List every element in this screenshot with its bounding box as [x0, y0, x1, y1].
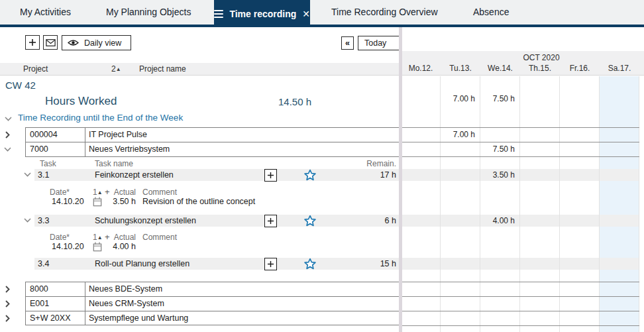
project-id[interactable]: 8000: [30, 284, 48, 294]
project-id[interactable]: 000004: [30, 130, 58, 139]
project-id[interactable]: E001: [30, 299, 49, 308]
column-header-task: Task: [40, 159, 56, 168]
hours-worked-label: Hours Worked: [45, 95, 117, 108]
entry-actual-hours[interactable]: 4.00 h: [70, 242, 136, 251]
column-header-project-name[interactable]: Project name: [139, 64, 186, 74]
task-row-band-right: [402, 169, 639, 181]
project-sort-indicator[interactable]: 2▲: [111, 64, 121, 74]
plus-icon: [267, 217, 274, 225]
project-row-divider: [25, 311, 400, 311]
favorite-star-icon[interactable]: [303, 257, 317, 270]
calendar-week-label: CW 42: [5, 80, 36, 91]
today-button[interactable]: Today: [358, 36, 400, 50]
project-name[interactable]: IT Project Pulse: [89, 130, 147, 139]
day-header-fr: Fr.16.: [560, 64, 600, 73]
column-header-comment: Comment: [142, 188, 177, 197]
plus-icon: [28, 38, 36, 46]
column-header-date: Date*: [50, 233, 70, 242]
grid-column-line: [559, 76, 560, 332]
project-hours-cell: 7.50 h: [480, 144, 515, 154]
project-name[interactable]: Neues CRM-System: [89, 299, 164, 308]
tab-bar: [0, 0, 644, 25]
column-header-actual: Actual: [70, 233, 136, 242]
day-header-th: Th.15.: [520, 64, 560, 73]
task-id[interactable]: 3.4: [38, 259, 49, 268]
column-header-project[interactable]: Project: [23, 64, 48, 74]
tab-my-planning-objects[interactable]: My Planning Objects: [106, 7, 191, 17]
task-collapse-icon[interactable]: [24, 172, 31, 177]
tab-absence[interactable]: Absence: [473, 7, 509, 17]
expand-icon[interactable]: [5, 315, 10, 322]
entry-actual-hours[interactable]: 3.50 h: [70, 197, 136, 206]
hours-worked-cell-we: 7.50 h: [480, 94, 515, 103]
remaining-hours: 6 h: [330, 216, 396, 225]
plus-icon: [267, 260, 274, 268]
task-name[interactable]: Feinkonzept erstellen: [95, 170, 174, 180]
project-name[interactable]: Neues Vertriebsystem: [89, 144, 170, 154]
project-header-band: [0, 63, 400, 76]
grid-row-line: [402, 142, 639, 142]
add-entry-button[interactable]: [264, 169, 277, 182]
expand-icon[interactable]: [5, 300, 10, 307]
tab-time-recording-overview[interactable]: Time Recording Overview: [331, 7, 438, 17]
column-header-task-name: Task name: [95, 159, 133, 168]
hours-worked-total: 14.50 h: [245, 96, 311, 107]
project-name[interactable]: Neues BDE-System: [89, 284, 162, 294]
column-header-comment: Comment: [142, 233, 177, 242]
task-id[interactable]: 3.3: [38, 216, 49, 225]
section-collapse-icon[interactable]: [5, 117, 12, 121]
tab-time-recording[interactable]: Time recording ✕: [214, 0, 310, 27]
task-name[interactable]: Roll-out Planung erstellen: [95, 259, 189, 268]
task-id[interactable]: 3.1: [38, 170, 49, 180]
grid-column-line: [599, 76, 600, 332]
previous-icon: «: [345, 38, 350, 48]
task-hours-cell: 3.50 h: [480, 170, 515, 180]
column-header-date: Date*: [50, 188, 70, 197]
grid-column-line: [519, 76, 520, 332]
column-header-remaining: Remain.: [330, 159, 396, 168]
column-header-actual: Actual: [70, 188, 136, 197]
tab-my-activities[interactable]: My Activities: [20, 7, 71, 17]
daily-view-button[interactable]: Daily view: [62, 35, 131, 50]
pane-splitter[interactable]: [399, 27, 402, 332]
task-row-band-right: [402, 215, 639, 227]
expand-icon[interactable]: [5, 286, 10, 293]
mail-button[interactable]: [43, 35, 58, 50]
entry-comment[interactable]: Revision of the outline concept: [142, 197, 255, 206]
grid-row-line: [402, 282, 639, 282]
hours-worked-cell-tu: 7.00 h: [440, 94, 475, 103]
sort-order-number: 2: [111, 64, 116, 74]
favorite-star-icon[interactable]: [303, 168, 317, 182]
expand-icon[interactable]: [5, 131, 10, 138]
add-button[interactable]: [25, 35, 40, 50]
close-icon[interactable]: ✕: [302, 9, 310, 19]
project-id[interactable]: 7000: [30, 144, 48, 154]
project-column-divider: [85, 127, 85, 157]
project-row-divider: [25, 296, 400, 297]
grid-row-line: [402, 296, 639, 297]
project-hours-cell: 7.00 h: [440, 130, 475, 139]
day-header-we: We.14.: [480, 64, 520, 73]
envelope-icon: [46, 39, 56, 46]
favorite-star-icon[interactable]: [303, 214, 317, 227]
section-title[interactable]: Time Recording until the End of the Week: [18, 113, 183, 123]
previous-week-button[interactable]: «: [341, 36, 354, 50]
grid-column-line: [440, 76, 441, 332]
eye-icon: [68, 39, 79, 46]
task-collapse-icon[interactable]: [24, 218, 31, 223]
grid-column-line: [639, 76, 639, 332]
menu-icon[interactable]: [214, 8, 223, 20]
project-column-divider: [85, 282, 85, 325]
month-label: OCT 2020: [429, 53, 644, 62]
project-id[interactable]: S+W 20XX: [30, 313, 71, 323]
day-header-sa: Sa.17.: [600, 64, 639, 73]
task-name[interactable]: Schulungskonzept erstellen: [95, 216, 196, 225]
grid-row-line: [402, 156, 639, 157]
add-entry-button[interactable]: [264, 258, 277, 270]
daily-view-label: Daily view: [84, 38, 121, 48]
today-label: Today: [364, 38, 386, 48]
task-row-band-right: [402, 258, 639, 270]
add-entry-button[interactable]: [264, 215, 277, 227]
project-name[interactable]: Systempflege und Wartung: [89, 313, 188, 323]
collapse-icon[interactable]: [4, 147, 11, 152]
